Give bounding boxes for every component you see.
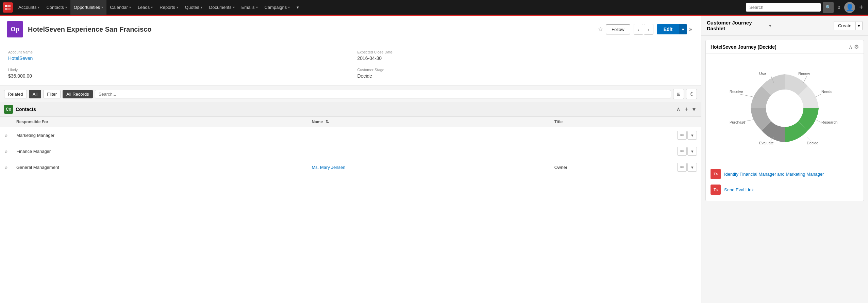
close-date-field: Expected Close Date 2016-04-30 [357, 50, 693, 61]
responsible-for-cell: Marketing Manager [12, 127, 307, 143]
edit-dropdown-button[interactable]: ▾ [679, 24, 687, 34]
svg-rect-0 [5, 5, 7, 7]
next-record-button[interactable]: › [644, 24, 653, 35]
journey-avatar: Ts [711, 185, 721, 195]
responsible-for-cell: Finance Manager [12, 143, 307, 159]
row-star[interactable]: ☆ [0, 143, 12, 159]
all-button[interactable]: All [29, 90, 41, 98]
dashlet-card-title: HotelSeven Journey (Decide) [711, 44, 849, 50]
row-star[interactable]: ☆ [0, 127, 12, 143]
row-more-button[interactable]: ▾ [687, 147, 697, 156]
settings-button[interactable]: ⚙ [854, 44, 859, 50]
create-button[interactable]: Create [834, 21, 856, 30]
nav-item-more[interactable]: ▾ [293, 0, 302, 15]
chevron-down-icon: ▾ [682, 27, 684, 32]
svg-rect-1 [8, 5, 11, 7]
prev-record-button[interactable]: ‹ [634, 24, 643, 35]
right-panel-header: Customer Journey Dashlet ▾ Create ▾ [701, 16, 868, 36]
evaluate-label: Evaluate [759, 141, 774, 145]
svg-line-11 [739, 94, 756, 97]
col-name: Name ⇅ [307, 117, 550, 127]
subpanel-search-input[interactable] [95, 90, 671, 98]
nav-item-quotes[interactable]: Quotes ▾ [182, 0, 206, 15]
more-button[interactable]: » [687, 26, 694, 32]
dashlet-card-actions: ∧ ⚙ [849, 44, 859, 50]
account-name-field: Account Name HotelSeven [8, 50, 344, 61]
nav-item-calendar[interactable]: Calendar ▾ [106, 0, 134, 15]
nav-item-documents[interactable]: Documents ▾ [206, 0, 238, 15]
journey-item-link[interactable]: Send Eval Link [724, 187, 754, 192]
chevron-down-icon: ▾ [177, 5, 178, 9]
row-actions-cell: 👁 ▾ [673, 159, 701, 175]
dashlet-card: HotelSeven Journey (Decide) ∧ ⚙ [705, 40, 864, 201]
all-records-button[interactable]: All Records [63, 90, 93, 98]
filter-button[interactable]: Filter [43, 90, 61, 98]
edit-button-group: Edit ▾ [657, 24, 687, 34]
needs-label: Needs [821, 90, 832, 94]
view-button[interactable]: 👁 [677, 147, 687, 156]
clock-button[interactable]: ⏱ [686, 89, 697, 99]
view-button[interactable]: 👁 [677, 163, 687, 172]
dashlet-dropdown-icon[interactable]: ▾ [769, 23, 771, 28]
app-logo[interactable] [3, 2, 13, 13]
view-button[interactable]: 👁 [677, 131, 687, 140]
research-label: Research [821, 120, 837, 124]
chevron-down-icon: ▾ [129, 5, 131, 9]
nav-items: Accounts ▾ Contacts ▾ Opportunities ▾ Ca… [15, 0, 746, 15]
nav-item-accounts[interactable]: Accounts ▾ [15, 0, 43, 15]
contact-name-link[interactable]: Ms. Mary Jensen [312, 165, 345, 170]
svg-point-4 [766, 90, 803, 127]
stage-field: Customer Stage Decide [357, 68, 693, 79]
nav-item-reports[interactable]: Reports ▾ [156, 0, 182, 15]
chevron-down-icon: ▾ [201, 5, 202, 9]
add-contact-button[interactable]: + [683, 105, 690, 114]
edit-button[interactable]: Edit [657, 24, 679, 34]
table-row: ☆ General Management Ms. Mary Jensen Own… [0, 159, 701, 175]
likely-label: Likely [8, 68, 344, 72]
record-header: Op HotelSeven Experience San Francisco ☆… [0, 16, 701, 43]
account-name-label: Account Name [8, 50, 344, 54]
contacts-subpanel: Co Contacts ∧ + ▾ Responsible For Name [0, 102, 701, 175]
svg-rect-3 [8, 8, 11, 10]
contacts-subpanel-title: Contacts [16, 107, 675, 112]
search-input[interactable] [746, 3, 821, 12]
chevron-down-icon: ▾ [288, 5, 290, 9]
related-button[interactable]: Related [4, 90, 27, 98]
name-cell [307, 127, 550, 143]
favorite-button[interactable]: ☆ [598, 26, 603, 33]
nav-item-contacts[interactable]: Contacts ▾ [43, 0, 70, 15]
subpanel-more-button[interactable]: ▾ [691, 105, 697, 114]
follow-button[interactable]: Follow [606, 25, 630, 34]
renew-label: Renew [798, 71, 810, 76]
search-button[interactable]: 🔍 [823, 2, 834, 13]
decide-label: Decide [807, 141, 818, 145]
nav-item-emails[interactable]: Emails ▾ [238, 0, 261, 15]
record-title: HotelSeven Experience San Francisco [28, 26, 595, 33]
journey-item-link[interactable]: Identify Financial Manager and Marketing… [724, 172, 824, 177]
grid-view-button[interactable]: ⊞ [673, 89, 684, 99]
right-panel: Customer Journey Dashlet ▾ Create ▾ Hote… [701, 16, 868, 303]
title-cell [550, 127, 673, 143]
account-name-value[interactable]: HotelSeven [8, 55, 344, 61]
user-avatar[interactable]: 👤 [844, 2, 855, 13]
expand-button[interactable]: ∧ [849, 44, 853, 50]
close-date-label: Expected Close Date [357, 50, 693, 54]
row-more-button[interactable]: ▾ [687, 131, 697, 140]
record-fields: Account Name HotelSeven Expected Close D… [0, 43, 701, 86]
nav-item-leads[interactable]: Leads ▾ [134, 0, 156, 15]
likely-value: $36,000.00 [8, 73, 344, 79]
row-more-button[interactable]: ▾ [687, 163, 697, 172]
chevron-down-icon: ▾ [256, 5, 258, 9]
nav-item-campaigns[interactable]: Campaigns ▾ [261, 0, 294, 15]
add-button[interactable]: + [857, 3, 865, 11]
chevron-down-icon: ▾ [101, 5, 103, 9]
create-dropdown-button[interactable]: ▾ [856, 21, 863, 30]
chevron-down-icon: ▾ [38, 5, 39, 9]
receive-label: Receive [730, 90, 743, 94]
table-row: ☆ Finance Manager 👁 ▾ [0, 143, 701, 159]
collapse-subpanel-button[interactable]: ∧ [675, 105, 682, 114]
grid-icon: ⊞ [677, 92, 681, 97]
subpanel-toolbar: Related All Filter All Records ⊞ ⏱ [0, 86, 701, 102]
nav-item-opportunities[interactable]: Opportunities ▾ [70, 0, 106, 15]
row-star[interactable]: ☆ [0, 159, 12, 175]
